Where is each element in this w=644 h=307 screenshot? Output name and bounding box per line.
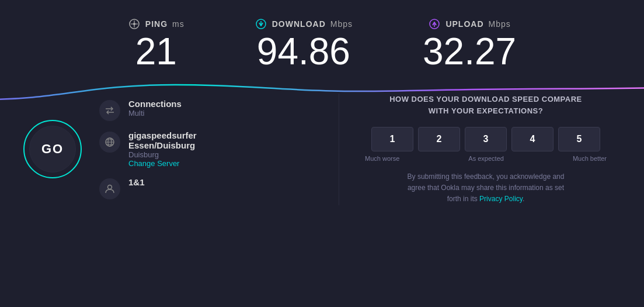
upload-icon bbox=[428, 18, 441, 30]
change-server-link[interactable]: Change Server bbox=[128, 159, 197, 168]
ping-stat: PING ms 21 bbox=[128, 18, 185, 70]
upload-stat: UPLOAD Mbps 32.27 bbox=[423, 18, 516, 70]
rating-2[interactable]: 2 bbox=[418, 127, 460, 151]
provider-text: 1&1 bbox=[128, 177, 145, 187]
right-panel: HOW DOES YOUR DOWNLOAD SPEED COMPARE WIT… bbox=[339, 94, 609, 205]
rating-4[interactable]: 4 bbox=[511, 127, 554, 151]
rating-labels: Much worse As expected Much better bbox=[363, 155, 609, 162]
rating-3[interactable]: 3 bbox=[465, 127, 507, 151]
privacy-policy-link[interactable]: Privacy Policy bbox=[479, 195, 523, 203]
download-value: 94.86 bbox=[257, 33, 350, 70]
server-globe-icon bbox=[99, 132, 120, 153]
ping-label: PING ms bbox=[128, 18, 185, 30]
upload-value: 32.27 bbox=[423, 33, 516, 70]
rating-1[interactable]: 1 bbox=[371, 127, 413, 151]
label-much-worse: Much worse bbox=[365, 155, 399, 162]
rating-row: 1 2 3 4 5 bbox=[363, 127, 609, 151]
survey-title: HOW DOES YOUR DOWNLOAD SPEED COMPARE WIT… bbox=[363, 94, 609, 116]
download-label: DOWNLOAD Mbps bbox=[255, 18, 353, 30]
svg-point-3 bbox=[133, 23, 135, 25]
connections-text: Connections Multi bbox=[128, 99, 182, 118]
stats-row: PING ms 21 DOWNLOAD Mbps 94.86 bbox=[0, 0, 644, 82]
provider-icon bbox=[99, 178, 120, 199]
info-items: Connections Multi gigaspeedsurfer bbox=[99, 99, 197, 199]
svg-point-15 bbox=[108, 185, 112, 189]
main-content: GO Connections Multi bbox=[0, 82, 644, 205]
download-icon bbox=[255, 18, 267, 30]
connections-item: Connections Multi bbox=[99, 99, 197, 121]
ping-value: 21 bbox=[135, 33, 177, 70]
connections-icon bbox=[99, 100, 120, 121]
upload-label: UPLOAD Mbps bbox=[428, 18, 510, 30]
ping-icon bbox=[128, 18, 141, 30]
provider-item: 1&1 bbox=[99, 177, 197, 199]
survey-disclaimer: By submitting this feedback, you acknowl… bbox=[363, 171, 609, 205]
label-much-better: Much better bbox=[573, 155, 607, 162]
rating-5[interactable]: 5 bbox=[558, 127, 600, 151]
server-item: gigaspeedsurfer Essen/Duisburg Duisburg … bbox=[99, 130, 197, 168]
download-stat: DOWNLOAD Mbps 94.86 bbox=[255, 18, 353, 70]
go-button[interactable]: GO bbox=[23, 120, 82, 178]
left-panel: GO Connections Multi bbox=[23, 94, 327, 205]
server-text: gigaspeedsurfer Essen/Duisburg Duisburg … bbox=[128, 130, 197, 168]
label-as-expected: As expected bbox=[468, 155, 504, 162]
